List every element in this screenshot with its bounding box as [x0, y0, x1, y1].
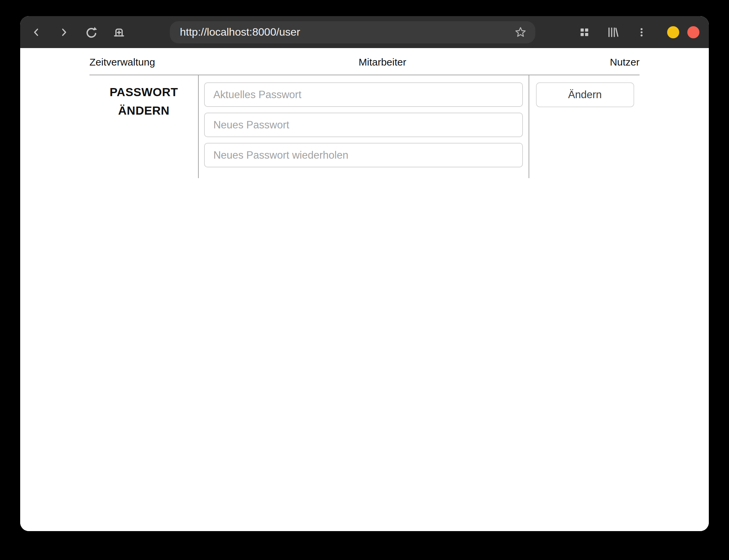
tab-overview-button[interactable] — [576, 24, 592, 40]
minimize-button[interactable] — [667, 26, 679, 38]
section-heading: PASSWORT ÄNDERN — [89, 83, 198, 120]
action-column: Ändern — [529, 75, 640, 178]
new-tab-button[interactable] — [111, 24, 127, 40]
new-password-input[interactable] — [204, 113, 523, 137]
menu-kebab-icon — [637, 27, 647, 37]
top-navigation: Zeitverwaltung Mitarbeiter Nutzer — [89, 48, 640, 75]
main-menu-button[interactable] — [634, 24, 650, 40]
bookmark-star-icon — [514, 26, 527, 39]
toolbar-nav-buttons — [28, 24, 127, 40]
library-icon — [607, 26, 619, 39]
library-button[interactable] — [605, 24, 621, 40]
tab-overview-icon — [579, 27, 590, 38]
heading-column: PASSWORT ÄNDERN — [89, 75, 198, 178]
reload-icon — [84, 25, 99, 39]
content-container: Zeitverwaltung Mitarbeiter Nutzer PASSWO… — [89, 48, 640, 178]
url-text: http://localhost:8000/user — [180, 26, 300, 38]
page-content: Zeitverwaltung Mitarbeiter Nutzer PASSWO… — [20, 48, 709, 531]
change-password-button[interactable]: Ändern — [536, 82, 634, 107]
password-change-section: PASSWORT ÄNDERN Ändern — [89, 75, 640, 178]
nav-link-nutzer[interactable]: Nutzer — [610, 56, 640, 68]
close-button[interactable] — [687, 26, 699, 38]
back-icon — [31, 27, 42, 38]
browser-window: http://localhost:8000/user — [20, 16, 709, 531]
address-bar[interactable]: http://localhost:8000/user — [170, 21, 535, 43]
reload-button[interactable] — [83, 24, 100, 40]
bookmark-button[interactable] — [512, 24, 529, 40]
forward-icon — [58, 27, 70, 38]
browser-titlebar: http://localhost:8000/user — [20, 16, 709, 48]
toolbar-right-icons — [576, 24, 650, 40]
nav-link-zeitverwaltung[interactable]: Zeitverwaltung — [89, 56, 155, 68]
back-button[interactable] — [28, 24, 44, 40]
window-controls — [667, 26, 699, 38]
fields-column — [198, 75, 528, 178]
current-password-input[interactable] — [204, 82, 523, 107]
repeat-password-input[interactable] — [204, 143, 523, 167]
nav-link-mitarbeiter[interactable]: Mitarbeiter — [359, 56, 407, 68]
forward-button[interactable] — [56, 24, 72, 40]
new-tab-icon — [112, 26, 126, 39]
